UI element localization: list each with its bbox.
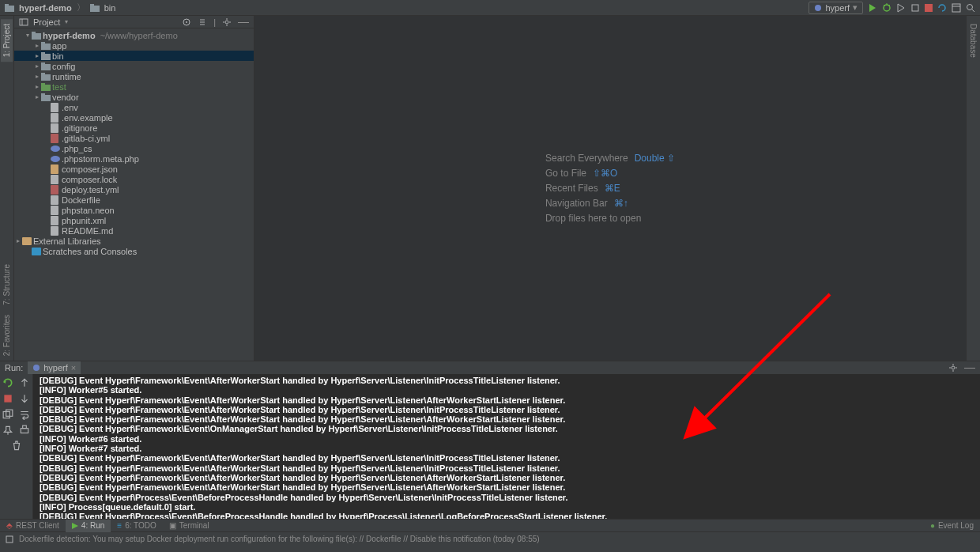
tree-row[interactable]: .php_cs <box>14 143 254 153</box>
tree-row[interactable]: ▾hyperf-demo~/www/hyperf-demo <box>14 30 254 40</box>
tab-structure[interactable]: 7: Structure <box>1 259 13 310</box>
wrap-icon[interactable] <box>19 409 30 420</box>
tree-row[interactable]: ▸bin <box>14 51 254 61</box>
tree-row[interactable]: README.md <box>14 225 254 236</box>
attach-icon[interactable] <box>910 3 920 13</box>
tree-row[interactable]: Dockerfile <box>14 195 254 205</box>
run-title: Run: <box>5 363 23 372</box>
project-tree[interactable]: ▾hyperf-demo~/www/hyperf-demo▸app▸bin▸co… <box>14 28 254 361</box>
right-tool-strip: Database <box>966 16 980 361</box>
collapse-icon[interactable] <box>198 17 207 27</box>
svg-rect-1 <box>5 4 9 6</box>
editor-area[interactable]: Search EverywhereDouble ⇧ Go to File⇧⌘O … <box>254 16 966 361</box>
svg-rect-37 <box>51 113 58 123</box>
tab-run[interactable]: 4: Run <box>66 520 111 532</box>
tree-row[interactable]: phpunit.xml <box>14 215 254 225</box>
svg-rect-11 <box>912 5 918 11</box>
svg-point-21 <box>225 21 228 24</box>
tab-project[interactable]: 1: Project <box>1 19 13 62</box>
svg-rect-3 <box>90 4 94 6</box>
tree-row[interactable]: .phpstorm.meta.php <box>14 153 254 164</box>
svg-rect-54 <box>5 395 12 402</box>
svg-rect-13 <box>952 4 960 12</box>
svg-rect-43 <box>51 175 58 184</box>
rerun-icon[interactable] <box>2 377 13 388</box>
svg-rect-24 <box>41 43 51 50</box>
restore-icon[interactable] <box>2 409 13 420</box>
tree-row[interactable]: Scratches and Consoles <box>14 246 254 256</box>
print-icon[interactable] <box>19 425 30 436</box>
tab-database[interactable]: Database <box>967 19 979 62</box>
svg-rect-31 <box>41 73 45 74</box>
hide-icon[interactable]: — <box>238 17 249 27</box>
tree-row[interactable]: ▸test <box>14 81 254 92</box>
svg-rect-48 <box>51 226 58 236</box>
status-icon[interactable] <box>5 535 14 544</box>
tree-row[interactable]: ▸config <box>14 61 254 71</box>
gear-icon[interactable] <box>222 17 232 27</box>
svg-rect-32 <box>41 85 51 91</box>
up-icon[interactable] <box>19 377 30 388</box>
close-icon[interactable]: × <box>71 363 76 372</box>
tree-row[interactable]: composer.json <box>14 164 254 174</box>
svg-marker-5 <box>869 4 876 12</box>
debug-icon[interactable] <box>882 3 891 13</box>
run-config-tab[interactable]: hyperf × <box>28 361 81 374</box>
php-icon <box>32 364 40 372</box>
project-name[interactable]: hyperf-demo <box>19 3 72 13</box>
project-panel: Project ▾ | — ▾hyperf-demo~/www/hyperf-d… <box>14 16 254 361</box>
status-bar: Dockerfile detection: You may setup Dock… <box>0 531 980 546</box>
svg-point-51 <box>33 365 40 371</box>
svg-rect-30 <box>41 74 51 81</box>
update-icon[interactable] <box>937 3 947 13</box>
run-panel: Run: hyperf × — <box>0 361 980 519</box>
tree-row[interactable]: ▸External Libraries <box>14 236 254 246</box>
down-icon[interactable] <box>19 393 30 404</box>
tree-row[interactable]: .gitlab-ci.yml <box>14 133 254 143</box>
svg-rect-50 <box>32 248 41 255</box>
stop-icon[interactable] <box>925 4 933 12</box>
run-icon[interactable] <box>868 3 877 13</box>
tree-row[interactable]: deploy.test.yml <box>14 184 254 195</box>
tree-row[interactable]: ▸app <box>14 40 254 51</box>
breadcrumb[interactable]: bin <box>104 3 116 13</box>
gear-icon[interactable] <box>948 363 958 372</box>
svg-rect-38 <box>51 123 58 133</box>
tree-row[interactable]: .gitignore <box>14 123 254 133</box>
tab-favorites[interactable]: 2: Favorites <box>1 310 13 361</box>
php-icon <box>814 4 822 12</box>
tree-row[interactable]: ▸runtime <box>14 71 254 81</box>
svg-rect-23 <box>32 32 36 33</box>
tab-terminal[interactable]: ▣Terminal <box>163 520 216 532</box>
tree-row[interactable]: ▸vendor <box>14 92 254 102</box>
run-config-selector[interactable]: hyperf ▾ <box>808 2 863 14</box>
run-coverage-icon[interactable] <box>896 3 906 13</box>
pin-icon[interactable] <box>2 425 13 436</box>
folder-icon <box>90 4 100 12</box>
tab-event-log[interactable]: ●Event Log <box>924 520 980 532</box>
svg-point-41 <box>51 156 60 162</box>
svg-rect-46 <box>51 206 58 215</box>
svg-rect-44 <box>51 185 58 195</box>
project-view-icon <box>19 17 28 27</box>
tree-row[interactable]: .env.example <box>14 112 254 123</box>
stop-icon[interactable] <box>2 393 13 404</box>
locate-icon[interactable] <box>182 17 191 27</box>
svg-point-40 <box>51 146 60 152</box>
status-message[interactable]: Dockerfile detection: You may setup Dock… <box>19 535 540 543</box>
delete-icon[interactable] <box>11 440 22 452</box>
tab-rest-client[interactable]: ⬘REST Client <box>0 520 66 532</box>
console-output[interactable]: [DEBUG] Event Hyperf\Framework\Event\Aft… <box>33 374 980 519</box>
hide-icon[interactable]: — <box>964 363 975 372</box>
tree-row[interactable]: phpstan.neon <box>14 205 254 215</box>
svg-point-15 <box>967 4 973 9</box>
search-icon[interactable] <box>966 3 975 13</box>
tree-row[interactable]: .env <box>14 102 254 112</box>
svg-rect-2 <box>90 6 100 12</box>
panel-title[interactable]: Project <box>33 17 60 27</box>
tree-row[interactable]: composer.lock <box>14 174 254 184</box>
svg-rect-42 <box>51 164 58 174</box>
tab-todo[interactable]: ≡6: TODO <box>111 520 163 532</box>
layout-icon[interactable] <box>952 3 961 13</box>
svg-point-4 <box>815 5 821 11</box>
